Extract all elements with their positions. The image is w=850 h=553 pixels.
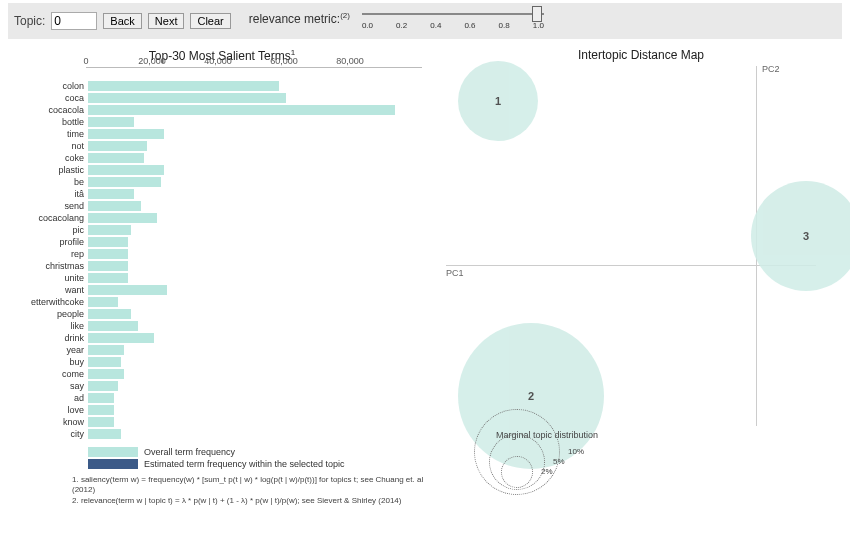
bar[interactable]: [88, 381, 118, 391]
bar-label: send: [12, 201, 88, 211]
pc1-label: PC1: [446, 268, 464, 278]
bar[interactable]: [88, 285, 167, 295]
bar[interactable]: [88, 333, 154, 343]
bar[interactable]: [88, 261, 128, 271]
bar-label: come: [12, 369, 88, 379]
bar-row: itâ: [12, 188, 422, 199]
bar-label: rep: [12, 249, 88, 259]
bar[interactable]: [88, 369, 124, 379]
bar-row: rep: [12, 248, 422, 259]
bar[interactable]: [88, 273, 128, 283]
bar[interactable]: [88, 81, 279, 91]
bar-row: bottle: [12, 116, 422, 127]
bar-label: pic: [12, 225, 88, 235]
bar-row: pic: [12, 224, 422, 235]
bar-label: colon: [12, 81, 88, 91]
bar[interactable]: [88, 165, 164, 175]
bar-label: not: [12, 141, 88, 151]
bar[interactable]: [88, 177, 161, 187]
bar-label: profile: [12, 237, 88, 247]
bar-row: city: [12, 428, 422, 439]
bar-row: know: [12, 416, 422, 427]
bar[interactable]: [88, 237, 128, 247]
bar-row: ad: [12, 392, 422, 403]
bar-label: christmas: [12, 261, 88, 271]
toolbar: Topic: Back Next Clear relevance metric:…: [8, 3, 842, 39]
bar-label: people: [12, 309, 88, 319]
bar-row: profile: [12, 236, 422, 247]
bars-panel: Top-30 Most Salient Terms1 020,00040,000…: [0, 42, 432, 506]
bar[interactable]: [88, 321, 138, 331]
footnotes: 1. saliency(term w) = frequency(w) * [su…: [72, 475, 432, 506]
topic-circle-3[interactable]: 3: [751, 181, 850, 291]
bar[interactable]: [88, 417, 114, 427]
bar-label: etterwithcoke: [12, 297, 88, 307]
bar-row: year: [12, 344, 422, 355]
bar-row: time: [12, 128, 422, 139]
bar-row: be: [12, 176, 422, 187]
bar-label: cocacolang: [12, 213, 88, 223]
x-axis: 020,00040,00060,00080,000: [86, 67, 422, 80]
bar[interactable]: [88, 249, 128, 259]
bar-row: etterwithcoke: [12, 296, 422, 307]
bar-label: year: [12, 345, 88, 355]
topic-circle-1[interactable]: 1: [458, 61, 538, 141]
bar-label: want: [12, 285, 88, 295]
bar-row: send: [12, 200, 422, 211]
bar-label: city: [12, 429, 88, 439]
bar-row: like: [12, 320, 422, 331]
bar-label: unite: [12, 273, 88, 283]
bar-label: plastic: [12, 165, 88, 175]
bar-row: christmas: [12, 260, 422, 271]
bar-label: bottle: [12, 117, 88, 127]
bar[interactable]: [88, 141, 147, 151]
bar[interactable]: [88, 93, 286, 103]
next-button[interactable]: Next: [148, 13, 185, 29]
bar-row: say: [12, 380, 422, 391]
relevance-slider[interactable]: 0.00.20.40.60.81.0: [362, 7, 544, 35]
bar-row: cocacolang: [12, 212, 422, 223]
bar-label: say: [12, 381, 88, 391]
bar[interactable]: [88, 309, 131, 319]
bar-label: love: [12, 405, 88, 415]
bar[interactable]: [88, 153, 144, 163]
bar-label: coca: [12, 93, 88, 103]
bar[interactable]: [88, 393, 114, 403]
legend: Overall term frequency Estimated term fr…: [88, 447, 432, 469]
bar-row: people: [12, 308, 422, 319]
bar[interactable]: [88, 225, 131, 235]
bar-row: buy: [12, 356, 422, 367]
relevance-label: relevance metric:(2): [249, 11, 350, 26]
bar[interactable]: [88, 405, 114, 415]
bar-row: not: [12, 140, 422, 151]
bar[interactable]: [88, 297, 118, 307]
bar[interactable]: [88, 213, 157, 223]
bar[interactable]: [88, 189, 134, 199]
bar[interactable]: [88, 357, 121, 367]
bar-row: want: [12, 284, 422, 295]
bar[interactable]: [88, 105, 395, 115]
clear-button[interactable]: Clear: [190, 13, 230, 29]
bar-label: coke: [12, 153, 88, 163]
bar-row: drink: [12, 332, 422, 343]
bar[interactable]: [88, 201, 141, 211]
pc2-label: PC2: [762, 64, 780, 74]
bar-row: coke: [12, 152, 422, 163]
map-title: Intertopic Distance Map: [432, 48, 850, 62]
bar-label: ad: [12, 393, 88, 403]
bar[interactable]: [88, 429, 121, 439]
bar-row: come: [12, 368, 422, 379]
bar-label: buy: [12, 357, 88, 367]
topic-input[interactable]: [51, 12, 97, 30]
bar-label: like: [12, 321, 88, 331]
bar-label: cocacola: [12, 105, 88, 115]
bar-row: love: [12, 404, 422, 415]
bar-label: be: [12, 177, 88, 187]
bar-row: plastic: [12, 164, 422, 175]
bar[interactable]: [88, 117, 134, 127]
topic-label: Topic:: [14, 14, 45, 28]
bar[interactable]: [88, 345, 124, 355]
bar[interactable]: [88, 129, 164, 139]
bar-row: unite: [12, 272, 422, 283]
back-button[interactable]: Back: [103, 13, 141, 29]
